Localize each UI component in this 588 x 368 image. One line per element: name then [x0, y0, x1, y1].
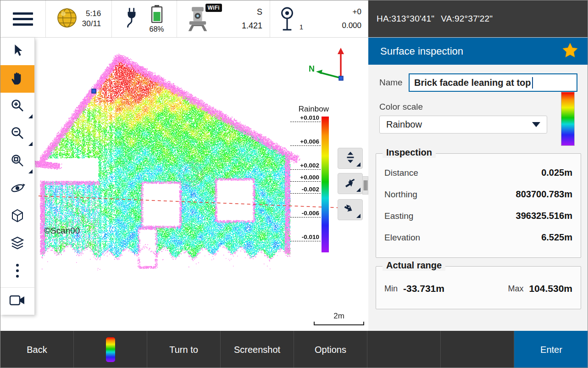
- power-status-cell[interactable]: 68%: [112, 0, 177, 37]
- inspection-legend: Inspection: [383, 147, 436, 158]
- min-label: Min: [384, 284, 398, 294]
- date-label: 30/11: [82, 19, 101, 28]
- layers-button[interactable]: [0, 230, 34, 258]
- vertical-dots-icon: [15, 263, 20, 280]
- chevron-down-icon: [532, 122, 540, 127]
- target-offset-label: +0: [353, 7, 361, 17]
- status-bar: 5:16 30/11 68%: [0, 0, 588, 38]
- legend-tick: -0.010: [290, 233, 321, 241]
- inspection-row-easting: Easting 396325.516m: [384, 205, 572, 227]
- angle-readout: HA:313°30'41" VA:92°37'22": [368, 0, 588, 37]
- actual-range-groupbox: Actual range Min -33.731m Max 104.530m: [376, 266, 581, 309]
- map-scale-bar: 2m: [314, 312, 364, 325]
- inspection-groupbox: Inspection Distance 0.025m Northing 8037…: [376, 153, 581, 258]
- cube-icon: [10, 208, 25, 225]
- orbit-tool-button[interactable]: [0, 175, 34, 203]
- elevation-offset-button[interactable]: [338, 148, 363, 169]
- select-tool-button[interactable]: [0, 38, 34, 65]
- main-menu-button[interactable]: [0, 0, 46, 37]
- map-toolbar: [0, 38, 35, 315]
- north-label: N: [309, 64, 315, 73]
- name-input-value: Brick facade leaning at top: [414, 78, 531, 88]
- scale-bar-label: 2m: [314, 312, 364, 321]
- orbit-icon: [10, 180, 25, 198]
- north-axis-indicator[interactable]: N: [308, 44, 355, 86]
- color-legend-title: Rainbow: [283, 105, 329, 114]
- time-label: 5:16: [86, 9, 101, 18]
- favorite-star-icon[interactable]: [562, 42, 578, 60]
- enter-button[interactable]: Enter: [514, 331, 588, 368]
- total-station-icon: [183, 27, 212, 34]
- more-tools-button[interactable]: [0, 258, 34, 285]
- instrument-height-label: 1.421: [242, 21, 262, 31]
- surface-inspection-panel: Surface inspection Name Brick facade lea…: [368, 38, 588, 331]
- pan-tool-button[interactable]: [0, 65, 34, 93]
- rotate-3d-arrows-icon: [344, 176, 357, 191]
- va-value: VA:92°37'22": [441, 14, 493, 24]
- softkey-empty-2: [441, 331, 514, 368]
- inspection-row-elevation: Elevation 6.525m: [384, 227, 572, 248]
- legend-tick: -0.006: [290, 209, 321, 217]
- legend-tick: +0.002: [290, 162, 321, 170]
- screenshot-button[interactable]: Screenshot: [221, 331, 294, 368]
- flip-view-button[interactable]: [338, 199, 363, 220]
- video-camera-button[interactable]: [0, 287, 34, 315]
- toolbar-drag-handle[interactable]: [362, 176, 368, 195]
- inspection-row-distance: Distance 0.025m: [384, 162, 572, 184]
- legend-tick: +0.000: [290, 173, 321, 182]
- color-scale-dropdown[interactable]: Rainbow: [379, 116, 547, 134]
- legend-tick: -0.002: [290, 185, 321, 194]
- color-scale-value: Rainbow: [386, 119, 422, 130]
- zoom-extents-button[interactable]: [0, 148, 34, 175]
- project-status-cell[interactable]: 5:16 30/11: [46, 0, 112, 37]
- zoom-in-button[interactable]: [0, 93, 34, 120]
- softkey-bar: Back Turn to Screenshot Options Enter: [0, 331, 588, 368]
- layers-icon: [10, 235, 25, 253]
- zoom-out-button[interactable]: [0, 120, 34, 148]
- text-cursor: [532, 77, 533, 89]
- options-button[interactable]: Options: [294, 331, 367, 368]
- flip-3d-arrows-icon: [344, 202, 357, 217]
- battery-percent-label: 68%: [149, 25, 164, 33]
- panel-title: Surface inspection: [380, 45, 562, 57]
- battery-icon: [151, 5, 163, 25]
- rotate-view-button[interactable]: [338, 173, 363, 194]
- elevation-arrows-icon: [344, 151, 357, 166]
- instrument-mode-label: S: [257, 7, 262, 17]
- turn-to-button[interactable]: Turn to: [147, 331, 221, 368]
- legend-tick: +0.010: [290, 114, 321, 122]
- color-scale-toggle-button[interactable]: [74, 331, 147, 368]
- name-label: Name: [379, 78, 403, 88]
- softkey-empty-1: [367, 331, 441, 368]
- ha-value: HA:313°30'41": [377, 14, 434, 24]
- zoom-extents-icon: [10, 153, 25, 170]
- target-status-cell[interactable]: 1 +0 0.000: [270, 0, 368, 37]
- target-id-label: 1: [300, 23, 303, 31]
- prism-target-icon: [277, 25, 297, 33]
- globe-icon: [56, 7, 78, 30]
- power-plug-icon: [124, 6, 139, 32]
- max-label: Max: [508, 284, 523, 294]
- map-view: N Rainbow +0.010 +0.006 +0.002 +0.000 -0…: [35, 38, 368, 331]
- color-scale-preview: [561, 92, 575, 146]
- back-button[interactable]: Back: [0, 331, 74, 368]
- min-value: -33.731m: [403, 283, 444, 294]
- legend-tick: +0.006: [290, 138, 321, 146]
- instrument-status-cell[interactable]: WiFi S 1.421: [177, 0, 270, 37]
- zoom-in-icon: [10, 98, 25, 115]
- color-legend-bar: [322, 117, 329, 252]
- view-3d-button[interactable]: [0, 203, 34, 230]
- max-value: 104.530m: [529, 283, 572, 294]
- hamburger-icon: [13, 12, 33, 26]
- cursor-arrow-icon: [11, 44, 24, 59]
- rainbow-icon: [106, 337, 115, 362]
- wifi-badge: WiFi: [205, 4, 222, 12]
- name-input[interactable]: Brick facade leaning at top: [409, 73, 577, 92]
- inspection-row-northing: Northing 803700.783m: [384, 184, 572, 205]
- surface-inspection-app: 5:16 30/11 68%: [0, 0, 588, 368]
- scan-station-label: ©Scan00: [44, 226, 80, 236]
- color-scale-label: Color scale: [379, 102, 423, 112]
- panel-header: Surface inspection: [368, 38, 588, 65]
- hand-pan-icon: [10, 70, 25, 88]
- video-camera-icon: [9, 294, 26, 309]
